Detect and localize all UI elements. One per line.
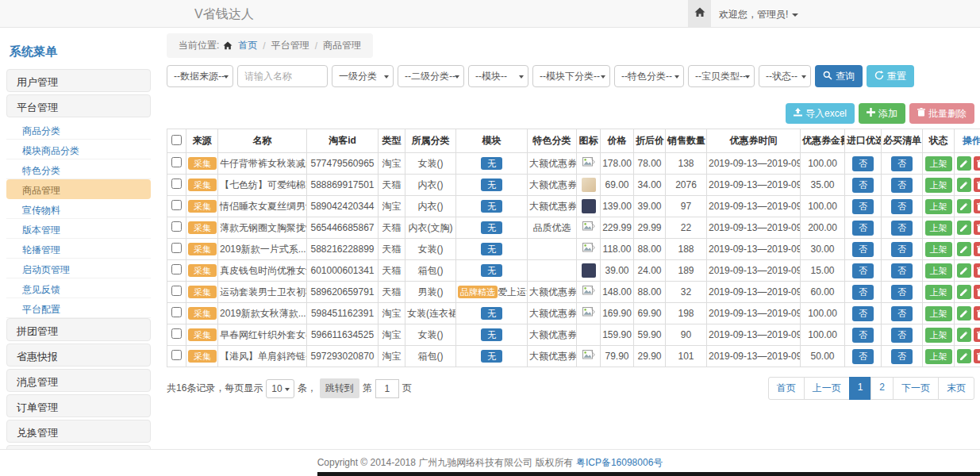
user-menu[interactable]: 欢迎您，管理员!	[719, 8, 798, 21]
sidebar-item-商品管理[interactable]: 商品管理	[6, 179, 151, 199]
delete-button[interactable]	[974, 328, 980, 342]
sidebar-item-宣传物料[interactable]: 宣传物料	[6, 199, 151, 219]
delete-button[interactable]	[974, 156, 980, 171]
page-button-上一页[interactable]: 上一页	[804, 377, 850, 400]
delete-button[interactable]	[974, 178, 980, 192]
edit-button[interactable]	[957, 263, 971, 278]
batch-delete-button[interactable]: 批量删除	[909, 103, 974, 124]
sidebar-item-用户管理[interactable]: 用户管理	[6, 69, 151, 92]
breadcrumb-home-link[interactable]: 首页	[238, 39, 257, 52]
delete-button[interactable]	[974, 199, 980, 213]
filter-select-6[interactable]: --状态--	[759, 65, 811, 87]
status-toggle[interactable]: 上架	[925, 349, 952, 364]
import-select-toggle[interactable]: 否	[852, 242, 874, 257]
import-select-toggle[interactable]: 否	[852, 306, 874, 321]
import-select-toggle[interactable]: 否	[852, 221, 874, 236]
must-buy-toggle[interactable]: 否	[891, 349, 913, 364]
import-select-toggle[interactable]: 否	[852, 285, 874, 300]
filter-select-source[interactable]: --数据来源--	[167, 65, 233, 87]
sidebar-item-平台管理[interactable]: 平台管理	[6, 94, 151, 117]
filter-select-2[interactable]: --模块--	[468, 65, 528, 87]
must-buy-toggle[interactable]: 否	[891, 242, 913, 257]
sidebar-item-兑换管理[interactable]: 兑换管理	[6, 420, 151, 443]
sidebar-item-商品分类[interactable]: 商品分类	[6, 120, 151, 140]
query-button[interactable]: 查询	[815, 65, 863, 87]
page-button-下一页[interactable]: 下一页	[893, 377, 939, 400]
must-buy-toggle[interactable]: 否	[891, 263, 913, 278]
delete-button[interactable]	[974, 285, 980, 299]
status-toggle[interactable]: 上架	[925, 199, 952, 214]
import-excel-button[interactable]: 导入excel	[786, 103, 855, 124]
row-checkbox[interactable]	[171, 178, 182, 189]
must-buy-toggle[interactable]: 否	[891, 328, 913, 343]
sidebar-item-启动页管理[interactable]: 启动页管理	[6, 259, 151, 278]
row-checkbox[interactable]	[171, 157, 182, 167]
delete-button[interactable]	[974, 263, 980, 278]
import-select-toggle[interactable]: 否	[852, 328, 874, 343]
row-checkbox[interactable]	[171, 200, 182, 210]
edit-button[interactable]	[957, 328, 971, 342]
edit-button[interactable]	[957, 306, 971, 321]
page-button-首页[interactable]: 首页	[768, 377, 805, 400]
per-page-select[interactable]: 10	[266, 379, 294, 398]
sidebar-item-消息管理[interactable]: 消息管理	[6, 369, 151, 392]
status-toggle[interactable]: 上架	[925, 285, 952, 300]
must-buy-toggle[interactable]: 否	[891, 199, 913, 214]
row-checkbox[interactable]	[171, 350, 182, 360]
row-checkbox[interactable]	[171, 221, 182, 232]
must-buy-toggle[interactable]: 否	[891, 156, 913, 171]
row-checkbox[interactable]	[171, 243, 182, 253]
status-toggle[interactable]: 上架	[925, 328, 952, 343]
row-checkbox[interactable]	[171, 286, 182, 296]
import-select-toggle[interactable]: 否	[852, 156, 874, 171]
import-select-toggle[interactable]: 否	[852, 199, 874, 214]
must-buy-toggle[interactable]: 否	[891, 306, 913, 321]
row-checkbox[interactable]	[171, 328, 182, 339]
delete-button[interactable]	[974, 349, 980, 363]
page-button-末页[interactable]: 末页	[938, 377, 974, 400]
sidebar-item-省惠快报[interactable]: 省惠快报	[6, 344, 151, 367]
delete-button[interactable]	[974, 242, 980, 256]
status-toggle[interactable]: 上架	[925, 178, 952, 193]
filter-select-4[interactable]: --特色分类--	[614, 65, 684, 87]
import-select-toggle[interactable]: 否	[852, 178, 874, 193]
page-button-1[interactable]: 1	[849, 377, 872, 400]
page-number-input[interactable]	[375, 379, 399, 398]
reset-button[interactable]: 重置	[867, 65, 914, 87]
select-all-checkbox[interactable]	[171, 135, 182, 145]
sidebar-item-平台配置[interactable]: 平台配置	[6, 298, 151, 318]
filter-select-0[interactable]: 一级分类	[332, 65, 394, 87]
must-buy-toggle[interactable]: 否	[891, 285, 913, 300]
import-select-toggle[interactable]: 否	[852, 263, 874, 278]
row-checkbox[interactable]	[171, 307, 182, 317]
jump-button[interactable]: 跳转到	[320, 378, 359, 398]
page-button-2[interactable]: 2	[870, 377, 894, 400]
edit-button[interactable]	[957, 221, 971, 235]
must-buy-toggle[interactable]: 否	[891, 221, 913, 236]
edit-button[interactable]	[957, 178, 971, 192]
sidebar-item-版本管理[interactable]: 版本管理	[6, 219, 151, 239]
sidebar-item-订单管理[interactable]: 订单管理	[6, 394, 151, 417]
icp-link[interactable]: 粤ICP备16098006号	[576, 456, 663, 470]
filter-select-1[interactable]: --二级分类--	[398, 65, 464, 87]
sidebar-item-意见反馈[interactable]: 意见反馈	[6, 278, 151, 298]
edit-button[interactable]	[957, 242, 971, 256]
status-toggle[interactable]: 上架	[925, 221, 952, 236]
edit-button[interactable]	[957, 199, 971, 213]
sidebar-item-特色分类[interactable]: 特色分类	[6, 159, 151, 179]
sidebar-item-轮播管理[interactable]: 轮播管理	[6, 239, 151, 259]
edit-button[interactable]	[957, 156, 971, 171]
delete-button[interactable]	[974, 221, 980, 235]
must-buy-toggle[interactable]: 否	[891, 178, 913, 193]
row-checkbox[interactable]	[171, 264, 182, 274]
status-toggle[interactable]: 上架	[925, 156, 952, 171]
edit-button[interactable]	[957, 285, 971, 299]
edit-button[interactable]	[957, 349, 971, 363]
add-button[interactable]: 添加	[859, 103, 905, 124]
status-toggle[interactable]: 上架	[925, 242, 952, 257]
filter-select-5[interactable]: --宝贝类型--	[688, 65, 755, 87]
sidebar-item-拼团管理[interactable]: 拼团管理	[6, 318, 151, 341]
delete-button[interactable]	[974, 306, 980, 321]
filter-select-3[interactable]: --模块下分类--	[532, 65, 610, 87]
status-toggle[interactable]: 上架	[925, 263, 952, 278]
